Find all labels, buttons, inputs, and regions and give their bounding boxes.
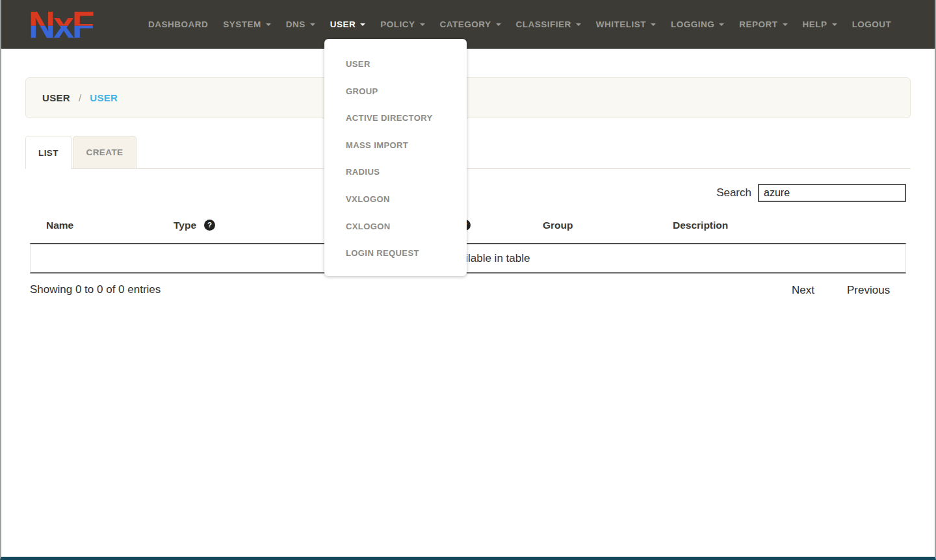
menu-item-vxlogon[interactable]: VXLOGON [324,186,467,213]
menu-item-mass-import[interactable]: MASS IMPORT [324,132,467,159]
caret-down-icon [651,23,656,26]
caret-down-icon [496,23,501,26]
table-empty-row: No data available in table [30,243,906,274]
caret-down-icon [783,23,788,26]
caret-down-icon [576,23,581,26]
user-dropdown-menu: USER GROUP ACTIVE DIRECTORY MASS IMPORT … [324,39,467,276]
pagination-previous-link[interactable]: Previous [847,284,890,297]
caret-down-icon [719,23,724,26]
caret-down-icon [420,23,425,26]
top-navbar: NxF NxF DASHBOARD SYSTEM DNS USER POLICY… [0,0,936,49]
menu-item-login-request[interactable]: LOGIN REQUEST [324,240,467,267]
caret-down-icon [832,23,837,26]
tab-create[interactable]: CREATE [73,136,136,169]
tab-list[interactable]: LIST [25,136,72,169]
nav-whitelist[interactable]: WHITELIST [596,19,656,29]
column-header-group[interactable]: Group [543,220,573,231]
table-header-row: Name Type ? ? Group Description [1,220,935,234]
table-search: Search [716,184,906,202]
column-header-type[interactable]: Type [174,220,196,231]
breadcrumb-page-link[interactable]: USER [90,92,118,103]
nav-logout[interactable]: LOGOUT [852,19,892,29]
column-header-name[interactable]: Name [46,220,73,231]
app-window: NxF NxF DASHBOARD SYSTEM DNS USER POLICY… [0,0,936,560]
nav-dashboard[interactable]: DASHBOARD [148,19,208,29]
menu-item-radius[interactable]: RADIUS [324,159,467,186]
type-help-icon[interactable]: ? [204,220,215,231]
breadcrumb-section: USER [42,92,70,103]
app-logo[interactable]: NxF NxF [29,6,127,44]
pagination-next-link[interactable]: Next [792,284,814,297]
entries-summary: Showing 0 to 0 of 0 entries [30,283,161,296]
menu-item-group[interactable]: GROUP [324,78,467,105]
nav-report[interactable]: REPORT [739,19,787,29]
column-header-description[interactable]: Description [673,220,728,231]
breadcrumb-separator: / [79,92,81,103]
menu-item-cxlogon[interactable]: CXLOGON [324,213,467,240]
caret-down-icon [310,23,315,26]
nav-system[interactable]: SYSTEM [223,19,271,29]
search-label: Search [716,186,751,199]
caret-down-icon [266,23,271,26]
tabbar-divider [25,168,911,169]
nav-logging[interactable]: LOGGING [671,19,724,29]
breadcrumb: USER / USER [25,77,911,118]
search-input[interactable] [758,184,906,202]
menu-item-active-directory[interactable]: ACTIVE DIRECTORY [324,105,467,132]
nav-classifier[interactable]: CLASSIFIER [516,19,581,29]
main-menu: DASHBOARD SYSTEM DNS USER POLICY CATEGOR… [148,19,891,29]
nav-help[interactable]: HELP [803,19,837,29]
nav-policy[interactable]: POLICY [380,19,424,29]
nav-dns[interactable]: DNS [286,19,315,29]
menu-item-user[interactable]: USER [324,51,467,78]
nav-category[interactable]: CATEGORY [440,19,501,29]
caret-down-icon [360,23,365,26]
nav-user[interactable]: USER [330,19,366,29]
